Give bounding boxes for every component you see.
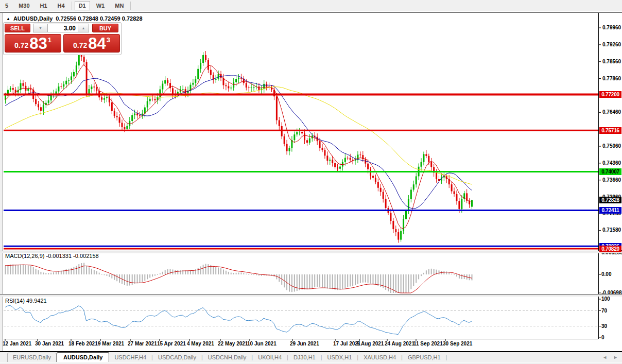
chart-title: ▲ AUDUSD,Daily 0.72556 0.72848 0.72459 0… xyxy=(6,15,143,22)
price-tick-label: 0.74360 xyxy=(602,160,622,166)
time-axis-label: 10 Jun 2021 xyxy=(247,341,277,346)
spinner-up-icon: ▲ xyxy=(82,26,85,30)
price-level-badge: 0.72411 xyxy=(599,207,621,214)
time-axis-label: 27 Mar 2021 xyxy=(128,341,157,346)
timeframe-button-h4[interactable]: H4 xyxy=(54,1,69,10)
time-axis-label: 15 Apr 2021 xyxy=(157,341,186,346)
tab-scroll-arrows: ◄► xyxy=(602,355,622,362)
price-tick-label: 0.79260 xyxy=(602,42,622,47)
collapse-chart-icon[interactable]: ▲ xyxy=(6,16,10,21)
macd-axis-label: 0.00 xyxy=(601,271,611,277)
time-axis-label: 24 Aug 2021 xyxy=(385,341,414,346)
symbol-tab-audusd[interactable]: AUDUSD,Daily xyxy=(57,352,109,362)
timeframe-button-d1[interactable]: D1 xyxy=(75,1,90,10)
price-tick-label: 0.71580 xyxy=(602,227,622,233)
price-tick-label: 0.73660 xyxy=(602,177,622,183)
sell-button[interactable]: SELL xyxy=(5,24,30,32)
sell-price-main: 83 xyxy=(29,36,47,51)
time-axis-label: 29 Jun 2021 xyxy=(290,341,319,346)
timeframe-button-5[interactable]: 5 xyxy=(1,1,12,10)
price-tick-label: 0.77860 xyxy=(602,76,622,81)
tab-scroll-left-icon[interactable]: ◄ xyxy=(602,355,607,360)
rsi-axis-label: 70 xyxy=(601,308,607,314)
volume-input[interactable] xyxy=(48,24,78,32)
rsi-axis-label: 30 xyxy=(601,323,607,329)
time-axis-label: 30 Jan 2021 xyxy=(35,341,64,346)
symbol-tab-usdcnh[interactable]: USDCNH,Daily xyxy=(203,353,252,362)
tab-separator: | xyxy=(446,354,447,362)
time-axis-label: 30 Sep 2021 xyxy=(443,341,472,346)
price-level-badge: 0.75716 xyxy=(599,127,621,134)
symbol-tab-ukoil[interactable]: UKOil,H4 xyxy=(253,353,287,362)
sell-price-prefix: 0.72 xyxy=(14,41,28,49)
rsi-indicator-label: RSI(14) 49.9421 xyxy=(5,298,47,304)
buy-price-display[interactable]: 0.72 84 3 xyxy=(63,34,120,53)
rsi-axis-label: 100 xyxy=(601,296,610,302)
time-axis-label: 5 Aug 2021 xyxy=(357,341,384,346)
status-strip xyxy=(0,362,622,364)
buy-price-prefix: 0.72 xyxy=(73,41,87,49)
timeframe-button-mn[interactable]: MN xyxy=(111,1,128,10)
buy-price-pip: 3 xyxy=(107,36,110,44)
one-click-trading-panel: SELL ▼ ▲ BUY 0.72 83 1 0.72 84 3 xyxy=(3,22,122,55)
price-level-badge: 0.70820 xyxy=(599,246,621,252)
volume-decrease-button[interactable]: ▼ xyxy=(33,24,48,32)
symbol-tab-eurusd[interactable]: EURUSD,Daily xyxy=(7,353,57,362)
time-axis-label: 12 Jan 2021 xyxy=(3,341,31,346)
chart-ohlc-values: 0.72556 0.72848 0.72459 0.72828 xyxy=(56,15,142,22)
time-axis-label: 11 Sep 2021 xyxy=(413,341,443,346)
price-level-badge: 0.77200 xyxy=(599,91,621,98)
symbol-tab-bar: EURUSD,DailyAUDUSD,DailyUSDCHF,H4|USDCAD… xyxy=(0,352,622,362)
rsi-axis-label: 0 xyxy=(601,335,604,340)
time-axis-label: 9 Mar 2021 xyxy=(98,341,124,346)
timeframe-button-h1[interactable]: H1 xyxy=(36,1,51,10)
price-tick-label: 0.78560 xyxy=(602,59,622,64)
time-axis-label: 4 May 2021 xyxy=(187,341,214,346)
symbol-tab-usdcad[interactable]: USDCAD,Daily xyxy=(153,353,201,362)
timeframe-button-w1[interactable]: W1 xyxy=(92,1,109,10)
time-axis-label: 18 Feb 2021 xyxy=(68,341,98,346)
price-tick-label: 0.79960 xyxy=(602,25,622,30)
time-axis-line xyxy=(4,339,598,339)
price-axis-border xyxy=(598,13,599,339)
chart-symbol-label: AUDUSD,Daily xyxy=(13,15,53,22)
toolbar-separator xyxy=(72,2,72,10)
toolbar-separator xyxy=(130,2,131,10)
buy-button[interactable]: BUY xyxy=(92,24,118,32)
price-level-badge: 0.72828 xyxy=(599,197,621,203)
sell-price-pip: 1 xyxy=(48,36,51,44)
price-tick-label: 0.75060 xyxy=(602,143,622,149)
buy-price-main: 84 xyxy=(88,36,106,51)
price-tick-label: 0.76460 xyxy=(602,109,622,115)
symbol-tab-usdx[interactable]: USDX,H1 xyxy=(322,353,357,362)
spinner-down-icon: ▼ xyxy=(39,26,42,30)
symbol-tab-dj30[interactable]: DJ30,H1 xyxy=(288,353,321,362)
time-axis-label: 22 May 2021 xyxy=(218,341,248,346)
volume-increase-button[interactable]: ▲ xyxy=(78,24,89,32)
timeframe-button-m30[interactable]: M30 xyxy=(14,1,33,10)
tab-scroll-right-icon[interactable]: ► xyxy=(613,355,618,360)
rsi-pane-splitter-gap xyxy=(0,294,622,297)
symbol-tab-gbpusd[interactable]: GBPUSD,H1 xyxy=(403,353,446,362)
macd-indicator-label: MACD(12,26,9) -0.001331 -0.002158 xyxy=(5,253,99,259)
sell-price-display[interactable]: 0.72 83 1 xyxy=(5,34,61,53)
symbol-tab-usdchf[interactable]: USDCHF,H4 xyxy=(109,353,151,362)
timeframe-toolbar: 5M30H1H4D1W1MN xyxy=(0,0,622,11)
chart-window xyxy=(3,13,622,351)
price-level-badge: 0.74007 xyxy=(599,168,621,175)
symbol-tab-xauusd[interactable]: XAUUSD,H4 xyxy=(358,353,401,362)
